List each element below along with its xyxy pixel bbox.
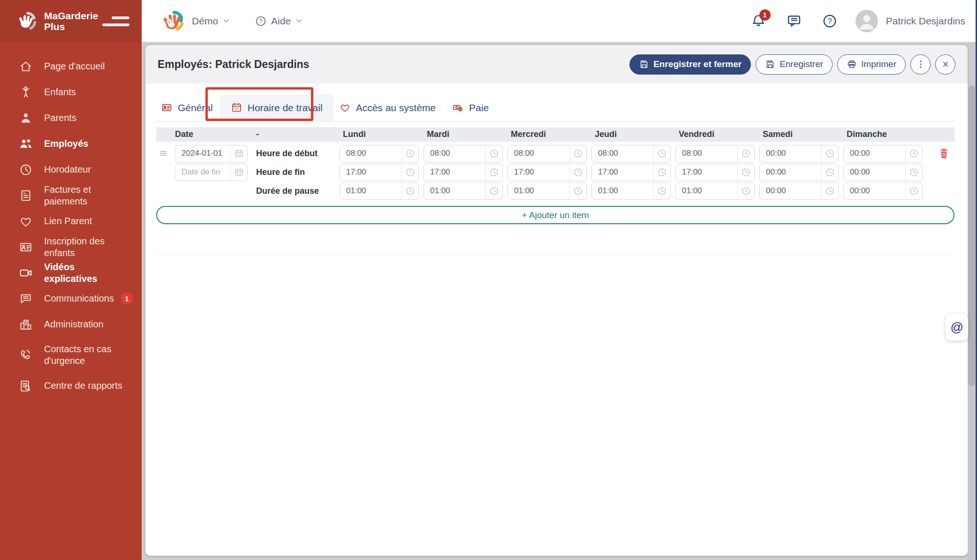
time-value[interactable]: [508, 183, 569, 199]
time-icon[interactable]: [485, 145, 502, 162]
sidebar-item-videos[interactable]: Vidéos explicatives: [0, 260, 142, 286]
help-menu[interactable]: ? Aide: [255, 15, 303, 27]
time-input-samedi[interactable]: [759, 145, 839, 162]
time-value[interactable]: [676, 164, 737, 181]
time-input-jeudi[interactable]: [591, 164, 671, 181]
sidebar-item-rapports[interactable]: Centre de rapports: [0, 373, 142, 399]
time-value[interactable]: [676, 145, 737, 162]
delete-row-trash-icon[interactable]: [939, 148, 949, 159]
calendar-icon[interactable]: [230, 164, 247, 181]
time-input-dimanche[interactable]: [843, 164, 923, 181]
time-icon[interactable]: [821, 145, 838, 162]
time-icon[interactable]: [737, 145, 754, 162]
vertical-scrollbar[interactable]: [968, 84, 976, 560]
mention-fab[interactable]: @: [946, 314, 968, 341]
time-value[interactable]: [844, 164, 905, 181]
time-icon[interactable]: [737, 183, 754, 199]
time-value[interactable]: [676, 183, 737, 199]
time-icon[interactable]: [653, 183, 670, 199]
time-value[interactable]: [508, 145, 569, 162]
sidebar-item-inscription[interactable]: Inscription des enfants: [0, 234, 142, 260]
time-value[interactable]: [592, 164, 653, 181]
sidebar-item-enfants[interactable]: Enfants: [0, 79, 142, 105]
time-value[interactable]: [760, 183, 821, 199]
sidebar-item-parents[interactable]: Parents: [0, 105, 142, 131]
time-icon[interactable]: [821, 164, 838, 181]
date-start-input[interactable]: [175, 145, 248, 162]
time-input-mardi[interactable]: [424, 145, 503, 162]
time-value[interactable]: [340, 164, 401, 181]
time-icon[interactable]: [905, 145, 922, 162]
sidebar-item-administration[interactable]: Administration: [0, 311, 142, 337]
time-icon[interactable]: [485, 164, 502, 181]
close-button[interactable]: [935, 54, 955, 75]
time-input-mercredi[interactable]: [507, 182, 587, 200]
time-value[interactable]: [844, 183, 905, 199]
time-icon[interactable]: [905, 164, 922, 181]
help-button[interactable]: ?: [822, 13, 838, 29]
time-value[interactable]: [592, 183, 653, 199]
messages-button[interactable]: [786, 13, 802, 29]
tab-horaire-de-travail[interactable]: Horaire de travail: [220, 94, 333, 121]
time-value[interactable]: [844, 145, 905, 162]
notifications-button[interactable]: 1: [750, 13, 766, 29]
print-button[interactable]: Imprimer: [837, 54, 906, 75]
time-input-mercredi[interactable]: [507, 164, 587, 181]
time-input-vendredi[interactable]: [675, 145, 755, 162]
sidebar-item-accueil[interactable]: Page d'accueil: [0, 53, 142, 79]
time-icon[interactable]: [821, 183, 838, 199]
time-value[interactable]: [424, 183, 485, 199]
time-input-lundi[interactable]: [340, 182, 419, 200]
time-icon[interactable]: [401, 164, 418, 181]
time-icon[interactable]: [569, 164, 586, 181]
sidebar-item-employes[interactable]: Employés: [0, 131, 142, 157]
time-input-mardi[interactable]: [424, 164, 503, 181]
time-icon[interactable]: [569, 183, 586, 199]
sidebar-item-lien-parent[interactable]: Lien Parent: [0, 208, 142, 234]
time-icon[interactable]: [401, 145, 418, 162]
time-input-mercredi[interactable]: [507, 145, 587, 162]
time-value[interactable]: [340, 145, 401, 162]
time-input-vendredi[interactable]: [675, 164, 755, 181]
time-input-dimanche[interactable]: [843, 182, 923, 200]
time-input-jeudi[interactable]: [591, 182, 671, 200]
time-value[interactable]: [340, 183, 401, 199]
user-menu[interactable]: Patrick Desjardins: [856, 10, 965, 32]
time-input-jeudi[interactable]: [591, 145, 671, 162]
more-actions-button[interactable]: [910, 54, 931, 75]
sidebar-item-communications[interactable]: Communications 1: [0, 286, 142, 311]
time-icon[interactable]: [569, 145, 586, 162]
time-input-lundi[interactable]: [340, 145, 419, 162]
save-button[interactable]: Enregistrer: [756, 54, 833, 75]
time-icon[interactable]: [737, 164, 754, 181]
time-input-vendredi[interactable]: [675, 182, 755, 200]
time-value[interactable]: [760, 145, 821, 162]
sidebar-item-horodateur[interactable]: Horodateur: [0, 157, 142, 182]
time-input-samedi[interactable]: [759, 182, 839, 200]
time-input-lundi[interactable]: [340, 164, 419, 181]
add-item-button[interactable]: + Ajouter un item: [156, 206, 954, 224]
time-icon[interactable]: [653, 145, 670, 162]
time-value[interactable]: [424, 164, 485, 181]
time-icon[interactable]: [653, 164, 670, 181]
date-end-value[interactable]: [175, 164, 230, 181]
drag-handle-icon[interactable]: [158, 148, 168, 159]
calendar-icon[interactable]: [230, 145, 247, 162]
date-end-input[interactable]: [175, 164, 248, 181]
time-value[interactable]: [424, 145, 485, 162]
time-value[interactable]: [760, 164, 821, 181]
time-value[interactable]: [508, 164, 569, 181]
time-icon[interactable]: [485, 183, 502, 199]
org-selector[interactable]: Démo: [192, 15, 230, 27]
sidebar-item-contacts-urgence[interactable]: Contacts en cas d'urgence: [0, 337, 142, 373]
time-input-samedi[interactable]: [759, 164, 839, 181]
time-input-dimanche[interactable]: [843, 145, 923, 162]
time-value[interactable]: [592, 145, 653, 162]
date-start-value[interactable]: [175, 145, 230, 162]
hamburger-icon[interactable]: [102, 16, 129, 26]
save-close-button[interactable]: Enregistrer et fermer: [629, 54, 751, 75]
sidebar-item-factures[interactable]: Factures et paiements: [0, 182, 142, 208]
time-icon[interactable]: [401, 183, 418, 199]
scrollbar-thumb[interactable]: [968, 86, 975, 386]
tab-paie[interactable]: Paie: [452, 94, 489, 121]
